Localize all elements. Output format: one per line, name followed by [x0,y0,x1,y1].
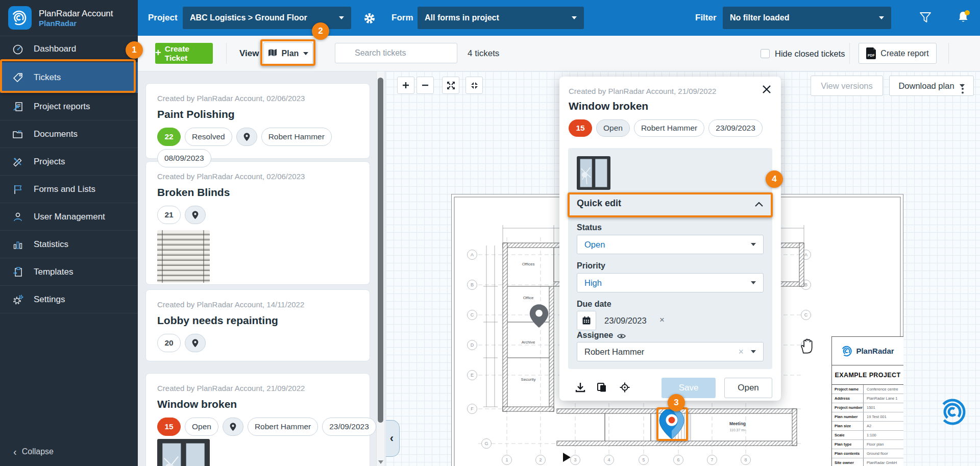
ticket-card-lobby-repainting[interactable]: Created by PlanRadar Account, 14/11/2022… [145,289,370,361]
chevron-left-icon: ‹ [13,447,17,457]
scrollbar-thumb[interactable] [378,78,383,423]
ticket-photo-blinds[interactable] [157,230,210,283]
ticket-marker-pin[interactable] [659,408,684,442]
filter-dropdown[interactable]: No filter loaded [723,7,891,29]
folder-icon [11,128,24,141]
caret-down-icon [879,16,884,19]
priority-value: High [584,278,602,288]
sidebar-item-dashboard[interactable]: Dashboard [0,36,138,62]
titleblock-row-value: Conference centre [864,385,903,394]
grid-bubble: A [804,252,807,257]
project-label: Project [148,0,178,36]
search-input[interactable] [335,43,457,63]
open-button[interactable]: Open [724,378,772,398]
sidebar-item-project-reports[interactable]: Project reports [0,93,138,120]
hide-closed-checkbox[interactable] [761,49,770,58]
view-versions-label: View versions [821,81,873,91]
clear-date-icon[interactable]: × [659,315,665,325]
center-compress-button[interactable] [465,77,483,94]
download-plan-label: Download plan [898,81,954,91]
popup-created-text: Created by PlanRadar Account, 21/09/2022 [569,87,716,95]
close-icon[interactable] [762,84,773,95]
sidebar-item-settings[interactable]: Settings [0,286,138,313]
ticket-list-scrollbar[interactable] [376,71,384,466]
fit-screen-expand-button[interactable] [442,77,459,94]
room-label: Office [523,296,534,300]
titleblock-row-label: Project number [832,403,864,412]
sidebar-item-label: Tickets [34,72,61,83]
download-icon[interactable] [575,382,586,395]
quick-edit-header[interactable]: Quick edit [577,198,621,209]
ticket-title: Broken Blinds [157,186,230,199]
sidebar: PlanRadar Account PlanRadar Dashboard Ti… [0,0,138,466]
ruler-pencil-icon [11,155,24,168]
create-report-button[interactable]: PDF Create report [859,43,937,64]
project-settings-gear-icon[interactable] [363,12,376,27]
ticket-card-window-broken[interactable]: Created by PlanRadar Account, 21/09/2022… [145,373,370,466]
ticket-duedate-badge: 23/09/2023 [708,119,763,137]
status-value: Open [584,240,605,250]
location-pin-badge [185,334,206,352]
clear-assignee-icon[interactable]: × [738,347,751,357]
priority-dropdown[interactable]: High [577,273,764,292]
calendar-icon[interactable] [577,311,596,330]
notifications-bell-icon[interactable] [955,9,971,27]
sidebar-item-projects[interactable]: Projects [0,148,138,176]
status-dropdown[interactable]: Open [577,235,764,254]
user-icon [11,210,24,224]
room-label: Archive [522,340,535,345]
popup-photo-window[interactable] [577,156,610,190]
caret-down-icon [339,16,344,19]
sidebar-item-documents[interactable]: Documents [0,120,138,148]
grid-bubble: 5 [642,457,645,462]
copy-icon[interactable] [596,382,607,395]
hide-closed-label[interactable]: Hide closed tickets [775,36,845,71]
sidebar-item-statistics[interactable]: Statistics [0,231,138,258]
create-ticket-button[interactable]: + Create Ticket [155,43,213,64]
assignee-dropdown[interactable]: Robert Hammer × [577,342,764,361]
notification-dot [965,10,970,15]
ticket-photo-window[interactable] [157,439,210,466]
ticket-card-paint-polishing[interactable]: Created by PlanRadar Account, 02/06/2023… [145,83,370,159]
titleblock-row-label: Address [832,394,864,403]
form-dropdown[interactable]: All forms in project [418,7,584,29]
more-options-kebab-icon[interactable] [962,88,964,90]
scrollbar-down-arrow-icon[interactable] [378,460,383,464]
ticket-title: Window broken [157,398,237,410]
ticket-number-badge: 22 [157,128,181,146]
grid-bubble: D [471,342,474,348]
create-ticket-label: Create Ticket [165,44,213,63]
plan-marker-gray-pin[interactable] [529,303,549,331]
project-dropdown[interactable]: ABC Logistics > Ground Floor [183,7,351,29]
download-plan-button[interactable]: Download plan [889,76,974,96]
sidebar-item-user-management[interactable]: User Management [0,203,138,231]
ticket-card-broken-blinds[interactable]: Created by PlanRadar Account, 02/06/2023… [145,161,370,285]
collapse-panel-tab[interactable]: ‹ [384,420,400,457]
grid-bubble: 7 [710,457,713,462]
account-header[interactable]: PlanRadar Account PlanRadar [0,0,138,36]
sidebar-collapse-button[interactable]: ‹ Collapse [0,442,138,462]
plus-icon: + [155,47,161,59]
filter-funnel-icon[interactable] [919,11,932,26]
zoom-out-button[interactable] [416,77,434,94]
titleblock-row-label: Plan type [832,440,864,449]
grid-bubble: 3 [574,457,576,462]
tickets-toolbar: + Create Ticket View Plan 4 tickets Hide… [138,36,980,71]
view-versions-button[interactable]: View versions [811,76,883,96]
chevron-up-icon[interactable] [754,200,764,209]
locate-on-plan-icon[interactable] [619,382,630,395]
account-brand: PlanRadar [39,19,113,28]
sidebar-item-templates[interactable]: Templates [0,258,138,286]
sidebar-item-forms-and-lists[interactable]: Forms and Lists [0,176,138,203]
ticket-status-badge: Open [596,119,630,137]
view-mode-dropdown[interactable]: Plan [263,42,313,64]
grid-bubble: 1 [505,457,508,462]
ticket-assignee-badge: Robert Hammer [634,119,704,137]
zoom-in-button[interactable] [397,77,414,94]
sidebar-item-tickets[interactable]: Tickets [0,62,138,93]
sidebar-item-label: Statistics [34,239,68,250]
status-label: Status [577,223,602,232]
assignee-value: Robert Hammer [584,347,644,357]
save-button[interactable]: Save [662,378,716,398]
due-date-value: 23/09/2023 [604,316,647,326]
